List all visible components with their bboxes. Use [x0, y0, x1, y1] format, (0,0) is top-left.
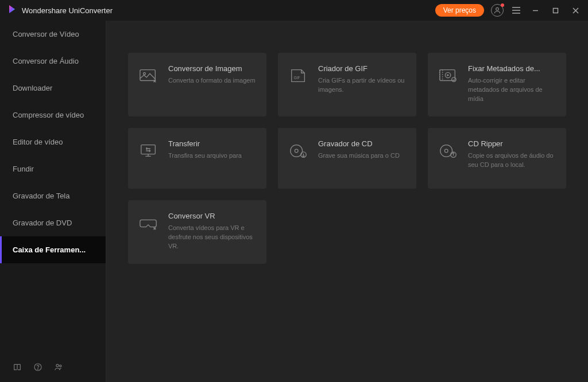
- tool-title: Fixar Metadados de...: [468, 64, 556, 73]
- svg-point-21: [295, 149, 298, 153]
- sidebar-item-audio-converter[interactable]: Conversor de Áudio: [0, 48, 106, 75]
- gif-icon: GIF: [288, 65, 309, 86]
- tool-title: Transferir: [168, 139, 242, 148]
- svg-point-10: [56, 364, 59, 367]
- tool-desc: Transfira seu arquivo para: [168, 151, 242, 161]
- tool-image-converter[interactable]: Conversor de Imagem Converta o formato d…: [128, 53, 266, 116]
- vr-icon: [138, 213, 159, 233]
- tool-gif-creator[interactable]: GIF Criador de GIF Cria GIFs a partir de…: [278, 53, 416, 116]
- tool-title: Criador de GIF: [318, 64, 406, 73]
- app-title: Wondershare UniConverter: [22, 6, 113, 15]
- tool-title: Conversor VR: [168, 212, 256, 220]
- svg-text:i: i: [453, 78, 454, 81]
- svg-point-24: [444, 149, 448, 153]
- window-close-button[interactable]: [569, 5, 582, 16]
- tool-title: Conversor de Imagem: [168, 64, 256, 73]
- sidebar-item-video-compressor[interactable]: Compressor de vídeo: [0, 102, 106, 128]
- sidebar-list: Conversor de Vídeo Conversor de Áudio Do…: [0, 21, 106, 352]
- sidebar-item-dvd-burner[interactable]: Gravador de DVD: [0, 209, 106, 236]
- cd-burn-icon: [288, 141, 309, 161]
- transfer-icon: [138, 141, 159, 161]
- tool-title: CD Ripper: [468, 139, 556, 148]
- svg-point-0: [496, 7, 499, 10]
- tool-desc: Cria GIFs a partir de vídeos ou imagens.: [318, 76, 406, 95]
- image-convert-icon: [138, 65, 159, 86]
- svg-point-9: [37, 369, 38, 369]
- sidebar-item-downloader[interactable]: Downloader: [0, 75, 106, 102]
- menu-icon[interactable]: [510, 6, 522, 15]
- app-logo-icon: [6, 3, 17, 17]
- cd-rip-icon: [438, 141, 459, 161]
- tool-transfer[interactable]: Transferir Transfira seu arquivo para: [128, 128, 266, 189]
- tool-cd-ripper[interactable]: CD Ripper Copie os arquivos de áudio do …: [428, 128, 566, 189]
- tool-cd-burner[interactable]: Gravador de CD Grave sua música para o C…: [278, 128, 416, 189]
- tools-grid: Conversor de Imagem Converta o formato d…: [128, 53, 566, 264]
- tool-desc: Copie os arquivos de áudio do seu CD par…: [468, 151, 556, 170]
- metadata-icon: i: [438, 65, 459, 86]
- svg-point-17: [452, 77, 457, 82]
- sidebar-item-toolbox[interactable]: Caixa de Ferramen...: [0, 236, 106, 263]
- tool-desc: Grave sua música para o CD: [318, 151, 400, 161]
- svg-rect-19: [141, 145, 156, 154]
- svg-point-11: [60, 365, 61, 367]
- svg-rect-5: [554, 8, 558, 13]
- sidebar: Conversor de Vídeo Conversor de Áudio Do…: [0, 21, 106, 382]
- sidebar-footer: [0, 352, 106, 382]
- sidebar-item-merge[interactable]: Fundir: [0, 155, 106, 182]
- help-icon[interactable]: [33, 362, 42, 372]
- tool-desc: Auto-corrigir e editar metadados de arqu…: [468, 76, 556, 104]
- community-icon[interactable]: [54, 362, 63, 372]
- tool-title: Gravador de CD: [318, 139, 400, 148]
- tutorial-icon[interactable]: [13, 362, 22, 372]
- window-minimize-button[interactable]: [529, 5, 542, 16]
- sidebar-item-video-converter[interactable]: Conversor de Vídeo: [0, 21, 106, 48]
- content-area: Conversor de Imagem Converta o formato d…: [106, 21, 588, 382]
- window-maximize-button[interactable]: [549, 5, 562, 16]
- svg-point-13: [144, 72, 146, 75]
- user-avatar[interactable]: [491, 4, 504, 17]
- titlebar: Wondershare UniConverter Ver preços: [0, 0, 588, 21]
- tool-vr-converter[interactable]: Conversor VR Converta vídeos para VR e d…: [128, 200, 266, 264]
- tool-fix-metadata[interactable]: i Fixar Metadados de... Auto-corrigir e …: [428, 53, 566, 116]
- price-button[interactable]: Ver preços: [435, 4, 484, 17]
- tool-desc: Converta o formato da imagem: [168, 76, 256, 85]
- tool-desc: Converta vídeos para VR e desfrute nos s…: [168, 224, 256, 251]
- svg-text:GIF: GIF: [294, 76, 300, 80]
- svg-rect-12: [140, 70, 155, 81]
- sidebar-item-screen-recorder[interactable]: Gravador de Tela: [0, 182, 106, 209]
- sidebar-item-video-editor[interactable]: Editor de vídeo: [0, 128, 106, 155]
